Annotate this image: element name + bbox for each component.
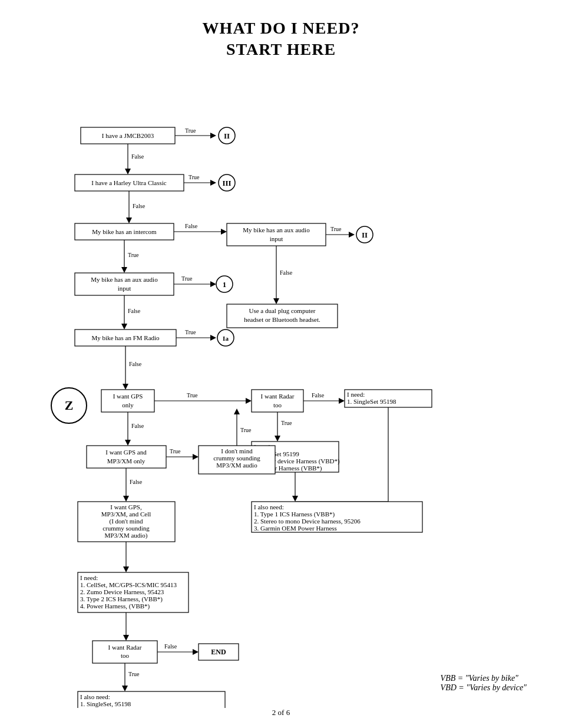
text-cellset-1: 1. CellSet, MC/GPS-ICS/MIC 95413 (80, 581, 177, 588)
text-radar-right-2: too (273, 401, 282, 409)
arrowhead-intercom-false (221, 229, 227, 235)
text-singleset-1: I need: (347, 391, 365, 398)
text-also-left-0: I also need: (80, 693, 110, 700)
footnote-vbd: VBD = "Varies by device" (441, 683, 527, 693)
label-radar-left-true: True (128, 671, 140, 677)
label-jmcb-false: False (131, 153, 144, 160)
text-gps-cell-2: MP3/XM, and Cell (101, 510, 151, 518)
label-jmcb-true: True (185, 127, 196, 134)
arrowhead-cellset-down (123, 635, 129, 641)
arrowhead-gps-only-true (246, 398, 252, 404)
arrowhead-radar-left-false (193, 649, 199, 655)
arrowhead-aux-right-true (349, 232, 355, 238)
text-circle-Ia: Ia (223, 335, 229, 342)
text-circle-Z: Z (65, 398, 74, 413)
text-gps-cell-5: MP3/XM audio) (104, 532, 147, 539)
text-gps-mp3-1: I want GPS and (105, 449, 147, 456)
text-radar-left-2: too (121, 652, 130, 659)
text-cellset-0: I need: (80, 574, 98, 581)
footnote-vbb: VBB = "Varies by bike" (441, 674, 527, 683)
text-crummy-3: MP3/XM audio (216, 462, 257, 469)
text-harley: I have a Harley Ultra Classic (91, 179, 166, 186)
text-end: END (211, 648, 226, 656)
arrowhead-intercom-true (121, 267, 127, 273)
arrowhead-gps-mp3-true (193, 454, 199, 460)
text-circle-II-top: II (224, 131, 230, 140)
label-gps-mp3-true: True (170, 448, 181, 454)
text-gps-cell-4: crummy sounding (103, 525, 150, 532)
text-crummy-2: crummy sounding (213, 454, 260, 462)
text-aux-right-2: input (270, 235, 283, 242)
arrowhead-fm-true (210, 335, 216, 341)
label-intercom-true: True (128, 252, 139, 258)
text-intercom: My bike has an intercom (92, 228, 157, 235)
text-cellset-4: 4. Power Harness, (VBB*) (80, 602, 150, 610)
flowchart: text { font-family: 'Times New Roman', T… (16, 71, 546, 708)
label-intercom-false: False (185, 223, 198, 229)
text-gps-only-1: I want GPS (113, 393, 143, 400)
text-aux-left-1: My bike has an aux audio (91, 276, 158, 283)
page-number: 2 of 6 (0, 708, 562, 717)
label-crummy-true: True (240, 427, 252, 433)
text-gps-mp3-2: MP3/XM only (107, 457, 146, 465)
label-gps-only-false: False (131, 423, 144, 429)
arrowhead-dualset-down (292, 496, 298, 502)
text-radar-right-1: I want Radar (261, 393, 295, 400)
label-gps-only-true: True (187, 392, 198, 398)
arrowhead-crummy-up (234, 409, 240, 414)
label-radar-left-false: False (164, 643, 177, 650)
arrowhead-aux-right-false (273, 298, 279, 304)
label-aux-left-false: False (128, 308, 141, 314)
label-gps-mp3-false: False (130, 479, 143, 485)
text-headset-2: headset or Bluetooth headset. (244, 316, 320, 323)
label-aux-right-false: False (280, 269, 293, 276)
text-gps-cell-1: I want GPS, (110, 503, 142, 510)
text-singleset-2: 1. SingleSet 95198 (347, 398, 396, 405)
arrowhead-gps-only-false (125, 440, 131, 446)
arrowhead-fm-false (123, 384, 128, 390)
footnote: VBB = "Varies by bike" VBD = "Varies by … (441, 674, 527, 693)
text-also-left-1: 1. SingleSet, 95198 (80, 700, 131, 707)
label-aux-right-true: True (330, 226, 342, 232)
arrowhead-radar-right-false (339, 398, 345, 404)
label-harley-false: False (133, 203, 146, 209)
label-radar-right-true: True (281, 420, 292, 426)
text-also-need-r3: 2. Stereo to mono Device harness, 95206 (254, 518, 361, 525)
label-aux-left-true: True (181, 275, 193, 282)
page-title: WHAT DO I NEED? START HERE (12, 18, 550, 61)
text-jmcb2003: I have a JMCB2003 (102, 132, 154, 139)
arrowhead-aux-left-false (121, 324, 127, 330)
text-also-need-r4: 3. Garmin OEM Power Harness (254, 525, 337, 532)
arrowhead-harley-false (126, 218, 132, 223)
text-aux-right-1: My bike has an aux audio (243, 226, 310, 233)
text-fm: My bike has an FM Radio (91, 334, 160, 341)
text-crummy-1: I don't mind (221, 447, 253, 454)
arrowhead-gps-cell-down (123, 566, 129, 572)
text-also-need-r1: I also need: (254, 503, 284, 510)
text-aux-left-2: input (118, 285, 131, 292)
label-fm-false: False (129, 361, 142, 367)
arrowhead-jmcb-false (125, 169, 131, 174)
label-radar-right-false: False (312, 392, 325, 398)
arrowhead-gps-mp3-false (123, 496, 129, 502)
page: WHAT DO I NEED? START HERE text { font-f… (0, 0, 562, 728)
text-circle-II-mid: II (362, 230, 368, 239)
label-harley-true: True (189, 174, 200, 180)
text-circle-1: 1 (223, 280, 227, 289)
text-headset-1: Use a dual plug computer (249, 307, 315, 314)
arrowhead-radar-right-true (275, 436, 280, 442)
arrowhead-radar-left-true (122, 686, 128, 691)
arrowhead-harley-true (210, 180, 216, 186)
text-circle-III: III (222, 179, 231, 187)
arrowhead-jmcb-true (210, 133, 216, 139)
text-radar-left-1: I want Radar (108, 644, 142, 651)
text-cellset-2: 2. Zumo Device Harness, 95423 (80, 588, 164, 595)
arrowhead-aux-left-true (210, 281, 216, 287)
text-gps-only-2: only (122, 401, 134, 409)
label-fm-true: True (185, 329, 196, 335)
